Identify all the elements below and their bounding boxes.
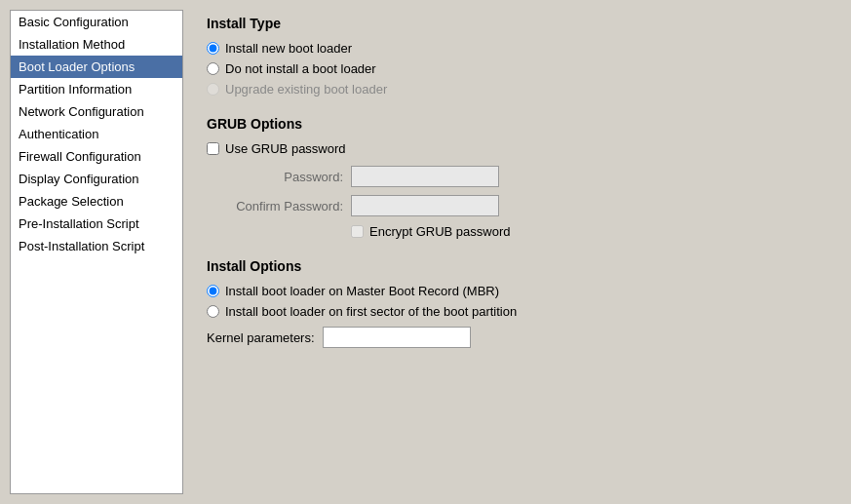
radio-install-new[interactable] xyxy=(207,42,219,55)
sidebar-item-package-selection[interactable]: Package Selection xyxy=(11,190,182,213)
sidebar-item-basic-configuration[interactable]: Basic Configuration xyxy=(11,11,182,33)
use-grub-password-row: Use GRUB password xyxy=(207,141,828,156)
grub-options-section: GRUB Options Use GRUB password Password:… xyxy=(207,116,828,239)
confirm-password-row: Confirm Password: xyxy=(207,195,828,216)
install-option-mbr: Install boot loader on Master Boot Recor… xyxy=(207,284,828,298)
sidebar-item-network-configuration[interactable]: Network Configuration xyxy=(11,100,182,123)
install-options-title: Install Options xyxy=(207,258,828,274)
sidebar-item-partition-information[interactable]: Partition Information xyxy=(11,78,182,100)
app-container: Basic ConfigurationInstallation MethodBo… xyxy=(0,0,851,504)
use-grub-password-checkbox[interactable] xyxy=(207,142,219,155)
install-type-option-install-new: Install new boot loader xyxy=(207,41,828,56)
install-type-section: Install Type Install new boot loaderDo n… xyxy=(207,16,828,97)
radio-upgrade-existing[interactable] xyxy=(207,83,219,96)
kernel-parameters-input[interactable] xyxy=(323,327,471,348)
label-install-new: Install new boot loader xyxy=(225,41,352,56)
install-options-radios: Install boot loader on Master Boot Recor… xyxy=(207,284,828,319)
main-content: Install Type Install new boot loaderDo n… xyxy=(183,0,851,504)
sidebar-item-firewall-configuration[interactable]: Firewall Configuration xyxy=(11,145,182,168)
sidebar-item-boot-loader-options[interactable]: Boot Loader Options xyxy=(11,56,182,78)
sidebar-item-pre-installation-script[interactable]: Pre-Installation Script xyxy=(11,213,182,235)
sidebar: Basic ConfigurationInstallation MethodBo… xyxy=(10,10,183,494)
password-label: Password: xyxy=(207,170,343,184)
kernel-parameters-row: Kernel parameters: xyxy=(207,327,828,348)
install-type-options: Install new boot loaderDo not install a … xyxy=(207,41,828,97)
sidebar-item-post-installation-script[interactable]: Post-Installation Script xyxy=(11,235,182,257)
grub-options-title: GRUB Options xyxy=(207,116,828,132)
install-type-option-upgrade-existing: Upgrade existing boot loader xyxy=(207,82,828,97)
install-option-first-sector: Install boot loader on first sector of t… xyxy=(207,304,828,319)
confirm-password-label: Confirm Password: xyxy=(207,199,343,213)
password-input[interactable] xyxy=(351,166,499,187)
install-options-section: Install Options Install boot loader on M… xyxy=(207,258,828,348)
radio-first-sector[interactable] xyxy=(207,305,219,318)
sidebar-item-authentication[interactable]: Authentication xyxy=(11,123,182,145)
install-type-option-do-not-install: Do not install a boot loader xyxy=(207,61,828,76)
encrypt-grub-checkbox[interactable] xyxy=(351,225,364,238)
radio-do-not-install[interactable] xyxy=(207,62,219,75)
use-grub-password-label: Use GRUB password xyxy=(225,141,346,156)
encrypt-grub-row: Encrypt GRUB password xyxy=(351,224,828,239)
sidebar-item-installation-method[interactable]: Installation Method xyxy=(11,33,182,56)
label-do-not-install: Do not install a boot loader xyxy=(225,61,376,76)
label-upgrade-existing: Upgrade existing boot loader xyxy=(225,82,387,97)
confirm-password-input[interactable] xyxy=(351,195,499,216)
kernel-parameters-label: Kernel parameters: xyxy=(207,330,315,345)
radio-mbr[interactable] xyxy=(207,285,219,297)
encrypt-grub-label: Encrypt GRUB password xyxy=(369,224,511,239)
label-mbr: Install boot loader on Master Boot Recor… xyxy=(225,284,499,298)
label-first-sector: Install boot loader on first sector of t… xyxy=(225,304,517,319)
password-row: Password: xyxy=(207,166,828,187)
sidebar-item-display-configuration[interactable]: Display Configuration xyxy=(11,168,182,190)
install-type-title: Install Type xyxy=(207,16,828,31)
